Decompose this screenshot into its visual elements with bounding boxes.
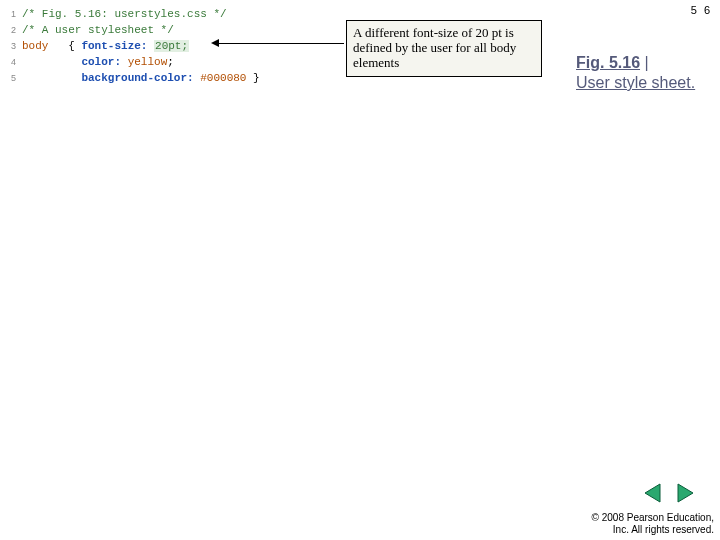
svg-marker-0 <box>645 484 660 502</box>
callout-arrow-line <box>216 43 344 44</box>
code-line: 5 background-color: #000080 } <box>2 70 260 86</box>
code-content: /* Fig. 5.16: userstyles.css */ <box>22 6 227 22</box>
callout-box: A different font-size of 20 pt is define… <box>346 20 542 77</box>
code-content: /* A user stylesheet */ <box>22 22 174 38</box>
next-button[interactable] <box>674 482 696 504</box>
line-number: 2 <box>2 22 22 38</box>
code-content: color: yellow; <box>22 54 174 70</box>
callout-text: A different font-size of 20 pt is define… <box>353 25 516 70</box>
callout-arrow-head-icon <box>211 39 219 47</box>
code-line: 3body { font-size: 20pt; <box>2 38 260 54</box>
code-block: 1/* Fig. 5.16: userstyles.css */2/* A us… <box>2 6 260 86</box>
line-number: 3 <box>2 38 22 54</box>
svg-marker-1 <box>678 484 693 502</box>
code-content: background-color: #000080 } <box>22 70 260 86</box>
code-line: 2/* A user stylesheet */ <box>2 22 260 38</box>
copyright-line1: © 2008 Pearson Education, <box>592 512 714 524</box>
line-number: 5 <box>2 70 22 86</box>
prev-button[interactable] <box>642 482 664 504</box>
line-number: 4 <box>2 54 22 70</box>
copyright-line2: Inc. All rights reserved. <box>592 524 714 536</box>
figure-caption: Fig. 5.16 | User style sheet. <box>576 53 706 93</box>
page-number: 5 6 <box>691 4 712 16</box>
line-number: 1 <box>2 6 22 22</box>
code-line: 1/* Fig. 5.16: userstyles.css */ <box>2 6 260 22</box>
code-content: body { font-size: 20pt; <box>22 38 189 54</box>
triangle-left-icon <box>642 482 664 504</box>
figure-title: User style sheet. <box>576 74 695 91</box>
triangle-right-icon <box>674 482 696 504</box>
figure-sep: | <box>640 54 649 71</box>
copyright: © 2008 Pearson Education, Inc. All right… <box>592 512 714 536</box>
code-line: 4 color: yellow; <box>2 54 260 70</box>
nav-controls <box>642 482 696 504</box>
figure-number: Fig. 5.16 <box>576 54 640 71</box>
